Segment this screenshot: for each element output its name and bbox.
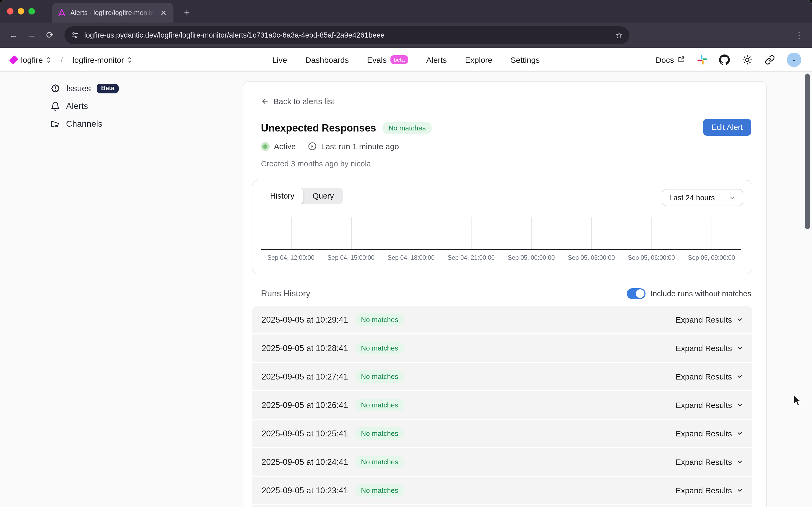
chevron-down-icon	[736, 345, 743, 352]
nav-live[interactable]: Live	[272, 55, 287, 64]
docs-link[interactable]: Docs	[656, 55, 685, 64]
chart-x-axis	[261, 249, 741, 250]
axis-tick-label: Sep 05, 03:00:00	[568, 255, 615, 261]
window-controls[interactable]	[7, 8, 35, 14]
sidebar-item-channels[interactable]: Channels	[51, 119, 236, 129]
sidebar: Issues Beta Alerts Channels	[0, 72, 236, 129]
run-row[interactable]: 2025-09-05 at 10:28:41 No matches Expand…	[252, 334, 752, 362]
issue-badge-icon	[51, 84, 60, 94]
main-nav: Live Dashboards Evalsbeta Alerts Explore…	[272, 55, 540, 64]
org-selector[interactable]: logfire	[21, 55, 51, 64]
axis-tick-label: Sep 04, 12:00:00	[267, 255, 314, 261]
sidebar-item-label: Alerts	[66, 102, 88, 111]
active-dot-icon	[261, 142, 270, 151]
run-timestamp: 2025-09-05 at 10:24:41	[262, 457, 348, 467]
bookmark-star-icon[interactable]: ☆	[615, 30, 623, 40]
match-status-badge: No matches	[383, 122, 432, 134]
run-timestamp: 2025-09-05 at 10:29:41	[262, 315, 348, 325]
run-row[interactable]: 2025-09-05 at 10:22:41 No matches Expand…	[252, 505, 752, 507]
edit-alert-button[interactable]: Edit Alert	[703, 119, 751, 136]
brand: logfire / logfire-monitor	[11, 55, 132, 64]
theme-sun-icon[interactable]	[742, 54, 752, 65]
tab-history[interactable]: History	[261, 188, 304, 204]
expand-results-button[interactable]: Expand Results	[675, 344, 743, 353]
alert-title-row: Unexpected Responses No matches Edit Ale…	[261, 122, 751, 134]
expand-results-button[interactable]: Expand Results	[675, 429, 743, 438]
minimize-window-button[interactable]	[18, 8, 24, 14]
history-card: History Query Last 24 hours	[252, 180, 752, 274]
run-timestamp: 2025-09-05 at 10:25:41	[262, 429, 348, 438]
browser-window: Alerts · logfire/logfire-monitor ✕ + ← →…	[0, 0, 812, 507]
share-link-icon[interactable]	[764, 54, 775, 65]
run-match-badge: No matches	[356, 371, 403, 383]
run-timestamp: 2025-09-05 at 10:27:41	[262, 372, 348, 381]
sidebar-item-alerts[interactable]: Alerts	[51, 102, 236, 111]
time-range-select[interactable]: Last 24 hours	[662, 189, 743, 206]
expand-results-button[interactable]: Expand Results	[675, 372, 743, 381]
run-match-badge: No matches	[356, 342, 403, 354]
browser-tab-strip: Alerts · logfire/logfire-monitor ✕ +	[0, 0, 812, 22]
back-to-alerts-link[interactable]: Back to alerts list	[261, 97, 334, 106]
toggle-label: Include runs without matches	[650, 289, 751, 298]
updown-chevron-icon	[127, 56, 132, 63]
new-tab-button[interactable]: +	[179, 5, 195, 20]
tab-query[interactable]: Query	[304, 188, 343, 204]
nav-dashboards[interactable]: Dashboards	[305, 55, 349, 64]
runs-history-heading: Runs History	[261, 289, 310, 298]
run-row[interactable]: 2025-09-05 at 10:24:41 No matches Expand…	[252, 448, 752, 475]
reload-icon[interactable]: ⟳	[42, 27, 58, 43]
url-bar[interactable]: logfire-us.pydantic.dev/logfire/logfire-…	[64, 26, 630, 44]
site-settings-icon[interactable]	[71, 31, 79, 39]
github-icon[interactable]	[719, 54, 730, 65]
nav-settings[interactable]: Settings	[511, 55, 540, 64]
tab-close-icon[interactable]: ✕	[159, 8, 168, 17]
axis-tick-label: Sep 04, 21:00:00	[448, 255, 495, 261]
run-row[interactable]: 2025-09-05 at 10:26:41 No matches Expand…	[252, 391, 752, 419]
run-row[interactable]: 2025-09-05 at 10:29:41 No matches Expand…	[252, 306, 752, 333]
runs-list: 2025-09-05 at 10:29:41 No matches Expand…	[252, 306, 752, 507]
axis-tick-label: Sep 05, 09:00:00	[688, 255, 735, 261]
expand-results-button[interactable]: Expand Results	[675, 315, 743, 324]
close-window-button[interactable]	[7, 8, 13, 14]
slack-icon[interactable]	[697, 54, 707, 65]
run-row[interactable]: 2025-09-05 at 10:25:41 No matches Expand…	[252, 420, 752, 447]
browser-menu-icon[interactable]: ⋮	[792, 30, 807, 40]
project-selector[interactable]: logfire-monitor	[72, 55, 132, 64]
url-text[interactable]: logfire-us.pydantic.dev/logfire/logfire-…	[84, 31, 610, 39]
forward-icon[interactable]: →	[23, 27, 40, 43]
zoom-window-button[interactable]	[29, 8, 35, 14]
nav-evals[interactable]: Evalsbeta	[367, 55, 408, 64]
browser-toolbar: ← → ⟳ logfire-us.pydantic.dev/logfire/lo…	[0, 22, 812, 48]
chart-gridline	[471, 217, 472, 250]
updown-chevron-icon	[46, 56, 51, 63]
axis-tick-label: Sep 05, 06:00:00	[628, 255, 675, 261]
expand-results-button[interactable]: Expand Results	[675, 457, 743, 466]
mouse-cursor	[793, 395, 802, 407]
include-runs-toggle[interactable]	[627, 288, 646, 299]
run-match-badge: No matches	[356, 456, 403, 468]
nav-alerts[interactable]: Alerts	[426, 55, 447, 64]
back-icon[interactable]: ←	[5, 27, 21, 43]
bell-icon	[51, 102, 60, 111]
run-row[interactable]: 2025-09-05 at 10:23:41 No matches Expand…	[252, 477, 752, 504]
breadcrumb-separator: /	[61, 55, 63, 64]
include-runs-toggle-wrap: Include runs without matches	[627, 288, 751, 299]
expand-results-button[interactable]: Expand Results	[675, 400, 743, 409]
arrow-left-icon	[261, 97, 269, 105]
sidebar-item-issues[interactable]: Issues Beta	[51, 84, 236, 94]
chevron-down-icon	[729, 194, 736, 201]
nav-explore[interactable]: Explore	[465, 55, 492, 64]
project-name: logfire-monitor	[72, 55, 124, 64]
expand-results-button[interactable]: Expand Results	[675, 486, 743, 495]
run-timestamp: 2025-09-05 at 10:23:41	[262, 486, 348, 495]
sidebar-item-label: Issues	[66, 84, 91, 94]
browser-tab[interactable]: Alerts · logfire/logfire-monitor ✕	[52, 3, 173, 22]
user-avatar[interactable]: -	[787, 52, 801, 67]
chart-gridline	[712, 217, 712, 250]
scrollbar-thumb[interactable]	[805, 73, 810, 229]
created-by-text: Created 3 months ago by nicola	[261, 159, 751, 168]
run-row[interactable]: 2025-09-05 at 10:27:41 No matches Expand…	[252, 363, 752, 390]
run-timestamp: 2025-09-05 at 10:28:41	[262, 343, 348, 353]
chart-gridline	[531, 217, 532, 250]
runs-history-header: Runs History Include runs without matche…	[261, 288, 751, 299]
